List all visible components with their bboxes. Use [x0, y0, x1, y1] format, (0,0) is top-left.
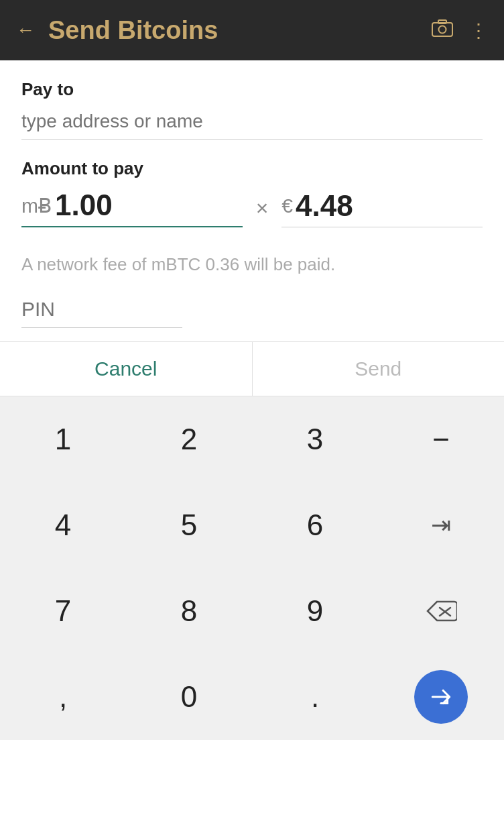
numpad-9[interactable]: 9 [252, 568, 378, 654]
enter-circle [414, 670, 468, 724]
numpad-dot[interactable]: . [252, 654, 378, 740]
pay-to-input[interactable] [21, 107, 483, 140]
numpad-8[interactable]: 8 [126, 568, 252, 654]
amount-btc-input[interactable] [55, 188, 243, 222]
header-icons: ⋮ [432, 19, 488, 42]
backspace-icon [425, 599, 457, 623]
pay-to-label: Pay to [21, 79, 483, 100]
svg-rect-0 [432, 23, 452, 36]
back-button[interactable]: ← [16, 19, 35, 41]
numpad-5[interactable]: 5 [126, 482, 252, 568]
amount-row: mɃ × € [21, 188, 483, 227]
action-row: Cancel Send [0, 342, 504, 396]
numpad-1[interactable]: 1 [0, 396, 126, 482]
fee-text: A network fee of mBTC 0.36 will be paid. [21, 254, 483, 275]
camera-icon[interactable] [432, 19, 453, 42]
more-icon[interactable]: ⋮ [469, 19, 488, 42]
numpad-enter[interactable] [378, 654, 504, 740]
amount-label: Amount to pay [21, 158, 483, 179]
numpad-2[interactable]: 2 [126, 396, 252, 482]
send-button[interactable]: Send [253, 342, 505, 396]
arrow-right-icon [428, 684, 454, 710]
multiply-symbol: × [256, 196, 269, 221]
numpad-6[interactable]: 6 [252, 482, 378, 568]
form-area: Pay to Amount to pay mɃ × € A network fe… [0, 60, 504, 341]
numpad: 1 2 3 − 4 5 6 ⇥ 7 8 9 , 0 . [0, 396, 504, 740]
numpad-backspace[interactable] [378, 568, 504, 654]
amount-eur-wrapper: € [281, 189, 483, 227]
btc-prefix: mɃ [21, 194, 52, 217]
numpad-minus[interactable]: − [378, 396, 504, 482]
svg-rect-2 [438, 20, 446, 23]
numpad-comma[interactable]: , [0, 654, 126, 740]
amount-eur-input[interactable] [296, 189, 483, 223]
numpad-0[interactable]: 0 [126, 654, 252, 740]
numpad-7[interactable]: 7 [0, 568, 126, 654]
amount-btc-wrapper: mɃ [21, 188, 243, 227]
svg-point-1 [439, 25, 446, 33]
pin-input[interactable] [21, 294, 182, 328]
numpad-3[interactable]: 3 [252, 396, 378, 482]
numpad-tab[interactable]: ⇥ [378, 482, 504, 568]
cancel-button[interactable]: Cancel [0, 342, 253, 396]
header: ← Send Bitcoins ⋮ [0, 0, 504, 60]
eur-prefix: € [281, 195, 293, 217]
numpad-4[interactable]: 4 [0, 482, 126, 568]
page-title: Send Bitcoins [48, 16, 432, 45]
